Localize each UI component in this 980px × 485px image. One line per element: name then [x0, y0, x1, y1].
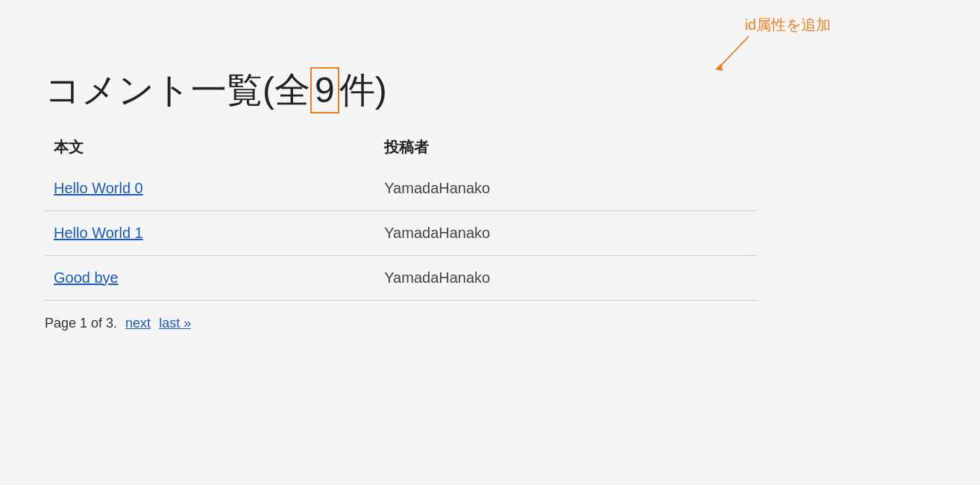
author-cell-1: YamadaHanako	[375, 210, 757, 255]
annotation-arrow-icon	[704, 31, 764, 76]
svg-line-0	[719, 37, 749, 68]
comment-link-2[interactable]: Good bye	[54, 269, 119, 286]
col-header-comment: 本文	[45, 131, 375, 166]
comment-link-0[interactable]: Hello World 0	[54, 180, 143, 196]
page-title: コメント一覧(全9件)	[45, 67, 387, 113]
table-row: Hello World 1YamadaHanako	[45, 210, 757, 255]
comment-table: 本文 投稿者 Hello World 0YamadaHanakoHello Wo…	[45, 131, 757, 301]
table-row: Good byeYamadaHanako	[45, 255, 757, 300]
comment-count-highlighted: 9	[310, 67, 339, 113]
table-body: Hello World 0YamadaHanakoHello World 1Ya…	[45, 166, 757, 301]
comment-cell-1: Hello World 1	[45, 210, 375, 255]
table-header-row: 本文 投稿者	[45, 131, 757, 166]
comment-cell-2: Good bye	[45, 255, 375, 300]
comment-link-1[interactable]: Hello World 1	[54, 225, 143, 241]
pagination-last-link[interactable]: last »	[159, 316, 191, 331]
pagination-next-link[interactable]: next	[125, 316, 151, 331]
annotation-container: id属性を追加	[744, 15, 831, 38]
table-row: Hello World 0YamadaHanako	[45, 166, 757, 211]
col-header-author: 投稿者	[375, 131, 757, 166]
pagination-area: Page 1 of 3. next last »	[45, 316, 935, 331]
page-title-area: コメント一覧(全9件)	[45, 67, 935, 113]
author-cell-2: YamadaHanako	[375, 255, 757, 300]
author-cell-0: YamadaHanako	[375, 166, 757, 211]
pagination-text: Page 1 of 3.	[45, 316, 117, 331]
main-container: id属性を追加 コメント一覧(全9件) 本文 投稿者 Hello World 0…	[0, 0, 980, 485]
comment-cell-0: Hello World 0	[45, 166, 375, 211]
